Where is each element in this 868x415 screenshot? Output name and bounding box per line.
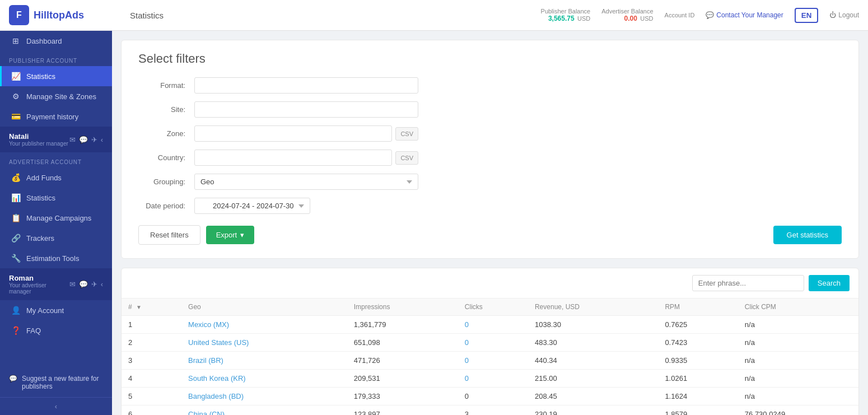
contact-manager-label: Contact Your Manager xyxy=(716,11,783,19)
tools-icon: 🔧 xyxy=(11,254,21,263)
skype-icon[interactable]: 💬 xyxy=(79,136,88,144)
publisher-balance-amount: 3,565.75 xyxy=(548,15,575,22)
geo-link[interactable]: Bangladesh (BD) xyxy=(188,392,244,400)
sidebar-dashboard-label: Dashboard xyxy=(26,37,62,45)
cell-rpm: 0.9335 xyxy=(658,352,738,370)
cell-num: 4 xyxy=(122,370,181,388)
site-label: Site: xyxy=(138,105,194,114)
clicks-link[interactable]: 0 xyxy=(465,320,469,329)
reset-filters-button[interactable]: Reset filters xyxy=(138,225,200,245)
cell-clicks: 0 xyxy=(458,370,528,388)
advertiser-manager-toggle[interactable]: ‹ xyxy=(101,280,103,288)
date-period-label: Date period: xyxy=(138,202,194,210)
filter-card: Select filters Format: Site: Zone: CSV C… xyxy=(121,40,859,259)
clicks-link[interactable]: 0 xyxy=(465,338,469,347)
export-button[interactable]: Export ▾ xyxy=(206,226,255,244)
filter-row-format: Format: xyxy=(138,77,842,94)
sidebar-item-payment-history[interactable]: 💳 Payment history xyxy=(0,106,112,127)
get-statistics-button[interactable]: Get statistics xyxy=(773,226,842,244)
suggest-feature-item[interactable]: 💬 Suggest a new feature for publishers xyxy=(9,375,103,390)
email-icon[interactable]: ✉ xyxy=(69,136,76,144)
language-button[interactable]: EN xyxy=(795,8,819,23)
telegram-icon[interactable]: ✈ xyxy=(91,136,97,144)
cell-cpm: n/a xyxy=(738,334,858,352)
sidebar-item-manage-sites[interactable]: ⚙ Manage Site & Zones xyxy=(0,86,112,106)
filter-row-site: Site: xyxy=(138,101,842,118)
adv-skype-icon[interactable]: 💬 xyxy=(79,280,88,288)
search-input[interactable] xyxy=(692,275,804,291)
cell-revenue: 440.34 xyxy=(528,352,658,370)
wallet-icon: 💰 xyxy=(11,173,21,182)
col-header-clicks: Clicks xyxy=(458,299,528,316)
clicks-link[interactable]: 0 xyxy=(465,374,469,383)
geo-link[interactable]: China (CN) xyxy=(188,410,225,415)
site-input[interactable] xyxy=(194,101,418,118)
sidebar-item-dashboard[interactable]: ⊞ Dashboard xyxy=(0,31,112,51)
statistics-table: # ▼ Geo Impressions Clicks Revenue, USD … xyxy=(122,298,858,415)
cell-num: 1 xyxy=(122,316,181,334)
geo-link[interactable]: South Korea (KR) xyxy=(188,374,246,383)
cell-rpm: 1.8579 xyxy=(658,405,738,416)
faq-icon: ❓ xyxy=(11,326,21,335)
cell-cpm: n/a xyxy=(738,370,858,388)
export-label: Export xyxy=(216,231,237,239)
country-input[interactable] xyxy=(194,150,392,166)
advertiser-section-label: ADVERTISER ACCOUNT xyxy=(0,152,112,167)
adv-telegram-icon[interactable]: ✈ xyxy=(91,280,97,288)
grouping-select[interactable]: Geo Date Format Site Zone xyxy=(194,174,418,190)
cell-impressions: 471,726 xyxy=(347,352,458,370)
publisher-manager-block: Natali Your publisher manager ✉ 💬 ✈ ‹ xyxy=(0,127,112,152)
tracker-icon: 🔗 xyxy=(11,234,21,243)
country-csv-button[interactable]: CSV xyxy=(395,151,418,165)
cell-rpm: 1.1624 xyxy=(658,388,738,405)
sidebar-collapse-button[interactable]: ‹ xyxy=(0,397,112,415)
sidebar-item-adv-statistics[interactable]: 📊 Statistics xyxy=(0,188,112,208)
advertiser-manager-sub: Your advertiser manager xyxy=(9,282,69,295)
cell-impressions: 209,531 xyxy=(347,370,458,388)
col-header-impressions: Impressions xyxy=(347,299,458,316)
cell-clicks: 0 xyxy=(458,388,528,405)
geo-link[interactable]: Mexico (MX) xyxy=(188,320,229,329)
sidebar-item-faq[interactable]: ❓ FAQ xyxy=(0,320,112,341)
sidebar-item-trackers[interactable]: 🔗 Trackers xyxy=(0,228,112,248)
grid-icon: ⊞ xyxy=(11,36,21,45)
adv-email-icon[interactable]: ✉ xyxy=(69,280,76,288)
logout-button[interactable]: ⏻ Logout xyxy=(829,11,859,19)
layout: ⊞ Dashboard PUBLISHER ACCOUNT 📈 Statisti… xyxy=(0,31,868,415)
cell-rpm: 1.0261 xyxy=(658,370,738,388)
table-row: 6 China (CN) 123,897 3 230.19 1.8579 76,… xyxy=(122,405,858,416)
cell-revenue: 208.45 xyxy=(528,388,658,405)
cell-clicks: 0 xyxy=(458,334,528,352)
logo-area: F HilltopAds xyxy=(9,5,121,25)
zone-input[interactable] xyxy=(194,125,392,142)
contact-manager-button[interactable]: 💬 Contact Your Manager xyxy=(706,11,783,19)
sidebar-item-manage-campaigns[interactable]: 📋 Manage Campaigns xyxy=(0,208,112,228)
search-button[interactable]: Search xyxy=(809,275,850,291)
publisher-balance-label: Publisher Balance xyxy=(541,8,591,15)
logout-label: Logout xyxy=(838,11,859,19)
cell-impressions: 1,361,779 xyxy=(347,316,458,334)
sidebar-item-add-funds[interactable]: 💰 Add Funds xyxy=(0,167,112,188)
publisher-manager-sub: Your publisher manager xyxy=(9,141,68,147)
suggest-icon: 💬 xyxy=(9,375,17,383)
cell-geo: Bangladesh (BD) xyxy=(181,388,347,405)
page-title: Statistics xyxy=(121,11,541,20)
sidebar-item-statistics[interactable]: 📈 Statistics xyxy=(0,66,112,86)
sidebar-item-my-account[interactable]: 👤 My Account xyxy=(0,300,112,320)
sidebar-item-estimation-tools[interactable]: 🔧 Estimation Tools xyxy=(0,248,112,268)
date-period-select[interactable]: 2024-07-24 - 2024-07-30 xyxy=(194,198,310,214)
message-icon: 💬 xyxy=(706,11,714,19)
clicks-link[interactable]: 0 xyxy=(465,356,469,365)
logo-icon: F xyxy=(9,5,29,25)
publisher-manager-toggle[interactable]: ‹ xyxy=(101,136,103,144)
sidebar-statistics-label: Statistics xyxy=(26,72,55,81)
format-label: Format: xyxy=(138,81,194,90)
cell-geo: South Korea (KR) xyxy=(181,370,347,388)
geo-link[interactable]: United States (US) xyxy=(188,338,249,347)
geo-link[interactable]: Brazil (BR) xyxy=(188,356,223,365)
col-header-num[interactable]: # ▼ xyxy=(122,299,181,316)
account-id-block: Account ID xyxy=(665,12,695,18)
publisher-balance-currency: USD xyxy=(577,15,590,22)
zone-csv-button[interactable]: CSV xyxy=(395,127,418,141)
format-input[interactable] xyxy=(194,77,418,94)
